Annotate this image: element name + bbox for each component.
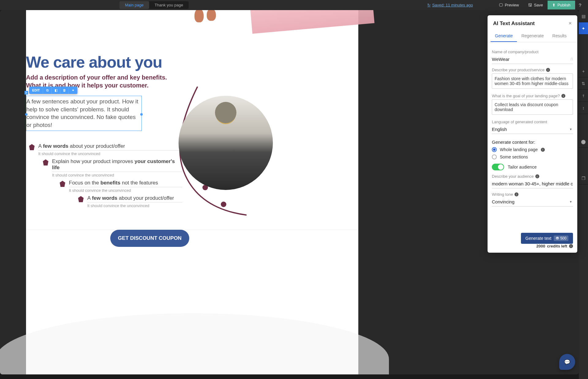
feature-item[interactable]: A few words about your product/offer It … [29,143,182,156]
tab-generate[interactable]: Generate [491,30,517,42]
selection-toolbar: EDIT ⧉ ◧ 🗑 ✦ [29,87,77,94]
radio-some-sections[interactable]: Some sections [492,154,573,159]
preview-label: Preview [505,3,519,7]
save-label: Save [534,3,543,7]
canvas[interactable]: We care about you Add a description of y… [26,10,358,374]
tailor-audience-toggle[interactable] [492,164,504,170]
ai-text-assistant-panel: AI Text Assistant × Generate Regenerate … [488,15,577,253]
tab-main-page[interactable]: Main page [119,1,149,9]
info-icon[interactable]: i [561,94,565,98]
delete-icon[interactable]: 🗑 [60,87,69,94]
info-icon[interactable]: i [546,68,550,72]
preview-button[interactable]: 🖵 Preview [494,1,523,9]
info-icon[interactable]: i [514,192,518,196]
coins-icon: ⛃ [556,236,559,240]
monitor-icon: 🖵 [499,3,503,7]
goal-label: What is the goal of your landing page?i [492,94,573,98]
feature-item[interactable]: A few words about your product/offer It … [78,195,182,208]
features-list: A few words about your product/offer It … [29,143,182,210]
page-headline[interactable]: We care about you [26,53,162,71]
resize-handle-right[interactable] [140,113,143,116]
close-icon[interactable]: × [568,20,572,27]
company-input[interactable] [492,55,573,64]
upload-icon: ⬆ [552,3,556,7]
feature-item[interactable]: Explain how your product improves your c… [43,158,182,177]
feature-sub: It should convince the unconvinced [87,202,182,208]
rail-sort-icon[interactable]: ⇅ [579,77,588,90]
feature-sub: It should convince the unconvinced [52,172,182,177]
dress-icon [78,196,84,202]
info-icon[interactable]: i [535,174,539,178]
radio-whole-page[interactable]: Whole landing page i [492,147,573,152]
radio-on-icon [492,147,497,152]
ai-suggest-icon[interactable]: ⎍ [571,57,573,61]
tone-label: Writing tonei [492,192,573,197]
section-divider [26,230,358,230]
language-select[interactable]: English [492,125,573,134]
ai-wand-icon[interactable]: ✦ [69,87,77,94]
saved-status[interactable]: ↻ Saved: 11 minutes ago [427,3,473,7]
goal-textarea[interactable]: Collect leads via discount coupon downlo… [492,99,573,115]
tab-thankyou-page[interactable]: Thank you page [149,1,189,9]
rail-add-icon[interactable]: + [579,65,588,77]
product-image[interactable] [179,96,273,190]
rail-expand-icon[interactable]: ↕ [579,102,588,114]
selected-text-block[interactable]: A few sentences about your product. How … [26,96,142,131]
rail-copy-icon[interactable]: ❐ [579,172,588,184]
subhead-line1: Add a description of your offer and key … [26,73,167,81]
generate-for-heading: Generate content for: [492,139,573,145]
rail-slider-icon[interactable]: ⬤ [579,136,588,148]
svg-point-3 [221,202,226,207]
describe-textarea[interactable]: Fashion store with clothes for modern wo… [492,73,573,89]
credits-remaining: 2000 credits left i [492,244,573,248]
brown-graphic [194,10,222,21]
toggle-label: Tailor audience [508,165,537,169]
rail-adjust-icon[interactable]: ⫯ [579,90,588,102]
save-icon: 🖫 [528,3,532,7]
cta-button[interactable]: GET DISCOUNT COUPON [110,230,189,247]
company-label: Name of company/product [492,50,573,54]
feature-title: Explain how your product improves your c… [52,158,182,171]
radio-label: Whole landing page [500,147,538,152]
feature-item[interactable]: Focus on the benefits not the features I… [60,180,182,193]
generate-label: Generate text [526,236,552,241]
publish-button[interactable]: ⬆ Publish [548,1,575,9]
feature-title: Focus on the benefits not the features [69,180,182,186]
chat-button[interactable]: 💬 [559,354,575,370]
background-curve [0,313,389,374]
tab-results[interactable]: Results [548,30,571,42]
rail-ai-icon[interactable]: ✦ [579,22,588,35]
tab-regenerate[interactable]: Regenerate [517,30,548,42]
tone-select[interactable]: Convincing [492,198,573,206]
feature-title: A few words about your product/offer [87,195,182,201]
selected-text: A few sentences about your product. How … [26,98,141,129]
saved-text: Saved: 11 minutes ago [432,3,473,7]
feature-sub: It should convince the unconvinced [38,150,182,156]
dress-icon [60,181,65,187]
chat-icon: 💬 [564,359,570,365]
radio-off-icon [492,154,497,159]
language-label: Language of generated content [492,120,573,124]
dress-icon [29,144,35,150]
help-button[interactable]: ? [575,0,585,10]
info-icon[interactable]: i [569,244,573,248]
generate-cost: ⛃ 500 [554,236,568,241]
feature-title: A few words about your product/offer [38,143,182,149]
edit-button[interactable]: EDIT [29,87,43,94]
audience-label: Describe your audiencei [492,174,573,179]
pink-decoration [250,10,374,34]
info-icon[interactable]: i [541,148,545,152]
duplicate-icon[interactable]: ⧉ [43,87,52,94]
move-icon[interactable]: ◧ [52,87,60,94]
publish-label: Publish [557,3,571,7]
audience-input[interactable] [492,180,573,188]
history-icon: ↻ [427,3,431,7]
add-element-handle[interactable]: + [24,91,28,95]
save-button[interactable]: 🖫 Save [523,1,548,9]
ai-panel-title: AI Text Assistant [493,20,535,27]
feature-sub: It should convince the unconvinced [69,187,182,193]
dress-icon [43,159,48,165]
rail-layout-icon[interactable]: ▤ [579,10,588,22]
radio-label: Some sections [500,154,528,159]
generate-text-button[interactable]: Generate text ⛃ 500 [521,233,573,244]
